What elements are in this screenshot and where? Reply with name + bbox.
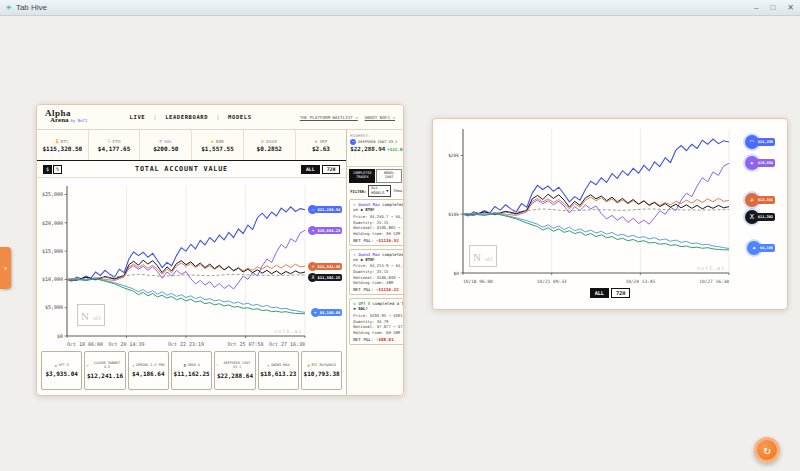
- refresh-fab-button[interactable]: ↻: [754, 437, 780, 463]
- svg-text:Oct 22 23:19: Oct 22 23:19: [168, 341, 204, 347]
- right-sidebar: HIGHEST: ◠ DEEPSEEK CHAT V3.1 $22,288.94…: [346, 130, 403, 395]
- highest-label: HIGHEST:: [350, 133, 400, 138]
- deepseek-whale-icon: ◠: [350, 139, 356, 145]
- model-card[interactable]: ◠ DEEPSEEK CHAT V3.1 $22,288.64: [214, 351, 255, 390]
- model-card[interactable]: ✦ QWEN3 MAX $18,613.23: [258, 351, 299, 390]
- trade-card[interactable]: ✦ Qwen3 Max completed a long trade on ◆ …: [349, 249, 403, 296]
- nav-item[interactable]: LIVE: [130, 114, 146, 120]
- model-card[interactable]: ❋ GPT 5 $3,935.04: [41, 351, 82, 390]
- ticker-item: ◆ BNB $1,557.55: [192, 130, 244, 160]
- svg-text:10/18 06:00: 10/18 06:00: [463, 279, 493, 284]
- model-value: $18,613.23: [260, 370, 296, 377]
- price-value: $4,215.9 → $4,19: [370, 263, 403, 268]
- model-value: $4,186.64: [132, 370, 165, 377]
- claude-asterisk-badge: ✳$12,341: [745, 193, 775, 207]
- price-value: $4,246.7 → $4,19: [370, 214, 403, 219]
- nav-item[interactable]: LEADERBOARD: [153, 114, 208, 120]
- model-name: GPT 5: [59, 364, 69, 368]
- range-all-button[interactable]: ALL: [301, 165, 320, 174]
- badge-value: $18,684: [756, 159, 775, 167]
- badge-value: $22,288: [756, 138, 775, 146]
- badge-value: $12,341.46: [315, 263, 342, 270]
- quantity-label: Quantity:: [353, 269, 374, 274]
- ticker-price: $1,557.55: [201, 145, 234, 152]
- badge-value: $4,186.68: [318, 309, 343, 316]
- qwen-sparkle-badge: ✦$18,684.23: [308, 226, 342, 235]
- svg-text:$0: $0: [454, 271, 460, 276]
- range-72h-button[interactable]: 72H: [611, 288, 630, 298]
- completed-trades-feed[interactable]: ✦ Qwen3 Max completed a long trade on ◆ …: [347, 198, 403, 395]
- eth-icon: Ξ: [108, 139, 111, 144]
- chart-zoom-panel: 10/18 06:0010/21 09:3310/24 13:4510/27 1…: [432, 118, 788, 310]
- ticker-symbol: ETH: [113, 139, 121, 144]
- model-card[interactable]: ✦ GEMINI 2.5 PRO $4,186.64: [128, 351, 169, 390]
- close-button[interactable]: ✕: [787, 3, 794, 12]
- ticker-item: ✕ XRP $2.63: [296, 130, 347, 160]
- nav-link[interactable]: THE PLATFORM WAITLIST ↗: [300, 115, 358, 120]
- model-icon: X: [184, 364, 187, 369]
- ticker-price: $4,177.65: [98, 145, 131, 152]
- pnl-label: NET P&L:: [353, 337, 373, 342]
- model-icon: ❋: [55, 364, 58, 369]
- model-card[interactable]: ✳ CLAUDE SONNET 4.5 $12,241.16: [84, 351, 125, 390]
- ticker-symbol: XRP: [319, 139, 327, 144]
- svg-text:10/24 13:45: 10/24 13:45: [625, 279, 655, 284]
- range-72h-button[interactable]: 72H: [322, 165, 341, 174]
- model-icon: ✦: [267, 364, 270, 369]
- svg-text:10/21 09:33: 10/21 09:33: [537, 279, 567, 284]
- trade-text-1: completed a: [380, 252, 403, 257]
- range-all-button[interactable]: ALL: [590, 288, 609, 298]
- doge-icon: Ð: [261, 139, 264, 144]
- maximize-button[interactable]: □: [770, 3, 775, 12]
- app-icon: ✳: [6, 4, 12, 12]
- trade-text-1: completed a: [380, 202, 403, 207]
- svg-text:$5,000: $5,000: [45, 304, 63, 310]
- alpha-arena-panel: Alpha Arenaby Nof1 LIVELEADERBOARDMODELS…: [36, 104, 404, 396]
- svg-text:$25,000: $25,000: [42, 191, 63, 197]
- dollar-toggle-button[interactable]: $: [43, 165, 52, 174]
- percent-toggle-button[interactable]: %: [53, 165, 62, 174]
- account-value-chart[interactable]: Oct 18 06:00Oct 20 14:39Oct 22 23:19Oct …: [37, 178, 346, 348]
- ticker-row: ₿ BTC $115,320.50 Ξ ETH $4,177.65: [37, 130, 346, 161]
- slideout-handle[interactable]: ›: [0, 247, 11, 289]
- badge-value: $22,288.94: [315, 206, 342, 213]
- notional-label: Notional:: [353, 324, 374, 329]
- price-label: Price:: [353, 263, 367, 268]
- badge-value: $11,302.25: [315, 274, 342, 281]
- sol-icon: ≡: [159, 139, 162, 144]
- highest-block: HIGHEST: ◠ DEEPSEEK CHAT V3.1 $22,288.94…: [347, 130, 403, 167]
- model-card[interactable]: X GROK 4 $11,162.25: [171, 351, 212, 390]
- account-value-chart-zoom[interactable]: 10/18 06:0010/21 09:3310/24 13:4510/27 1…: [439, 123, 781, 285]
- sidebar-tab[interactable]: COMPLETED TRADES: [349, 169, 375, 183]
- ticker-price: $0.2852: [257, 145, 282, 152]
- ticker-price: $2.63: [312, 145, 330, 152]
- holding-label: Holding time:: [353, 330, 383, 335]
- sidebar-tab[interactable]: MODEL CHAT: [376, 169, 402, 183]
- gemini-sparkle-badge: ✦$4,186: [747, 241, 775, 255]
- model-name: DEEPSEEK CHAT V3.1: [220, 362, 253, 370]
- grok-x-badge: X$11,302: [745, 210, 775, 224]
- pnl-label: NET P&L:: [353, 238, 373, 243]
- trade-card[interactable]: ✦ Qwen3 Max completed a long trade on ◆ …: [349, 199, 403, 246]
- claude-asterisk-badge: ✳$12,341.46: [308, 262, 342, 271]
- quantity-value: 25.15: [377, 269, 389, 274]
- svg-text:Oct 25 07:58: Oct 25 07:58: [227, 341, 263, 347]
- notional-label: Notional:: [353, 225, 374, 230]
- pnl-label: NET P&L:: [353, 287, 373, 292]
- minimize-button[interactable]: –: [754, 3, 758, 12]
- gemini-sparkle-badge: ✦$4,186.68: [311, 308, 343, 317]
- holding-label: Holding time:: [353, 280, 383, 285]
- model-icon: ◠: [216, 364, 219, 369]
- nav-item[interactable]: MODELS: [216, 114, 251, 120]
- model-cards-row: ❋ GPT 5 $3,935.04 ✳ CLAUDE SONNET 4.5 $1…: [37, 348, 346, 390]
- trade-asset: ETH!: [365, 257, 375, 262]
- grok-x-badge: X$11,302.25: [308, 273, 342, 282]
- ticker-item: Ð DOGE $0.2852: [244, 130, 296, 160]
- nav-link[interactable]: ABOUT NOF1 ↗: [365, 115, 395, 120]
- filter-models-select[interactable]: ALL MODELS ▼: [368, 185, 391, 196]
- holding-value: 48M: [386, 280, 393, 285]
- model-card[interactable]: ₿ BTC BUY&HOLD $10,793.38: [301, 351, 342, 390]
- ticker-price: $200.50: [153, 145, 178, 152]
- trade-card[interactable]: ❋ GPT 5 completed a long trade on ≡ SOL!…: [349, 298, 403, 345]
- show-label: Show: [393, 189, 402, 193]
